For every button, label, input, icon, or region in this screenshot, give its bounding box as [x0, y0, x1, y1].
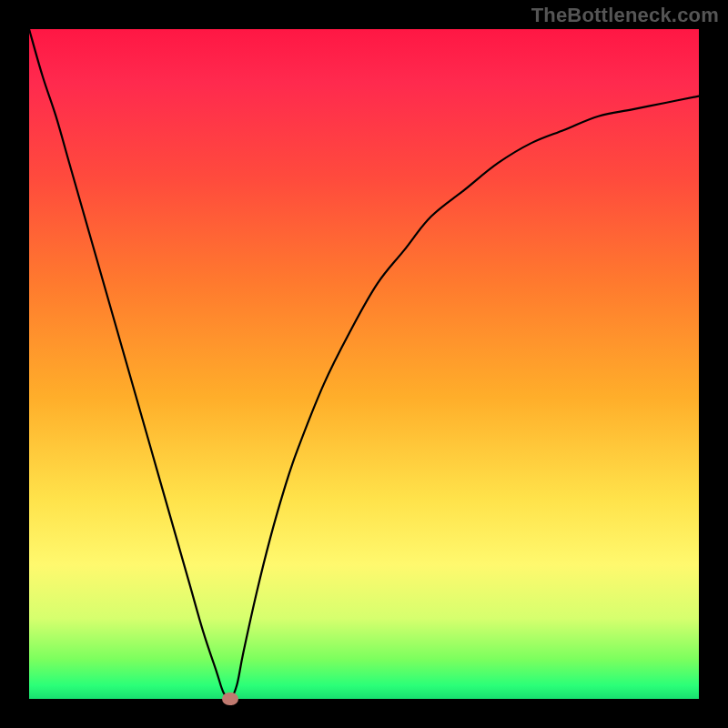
optimum-marker: [222, 693, 238, 705]
plot-area: [29, 29, 699, 699]
attribution-text: TheBottleneck.com: [531, 4, 719, 27]
bottleneck-curve: [29, 29, 699, 699]
chart-frame: TheBottleneck.com: [0, 0, 728, 728]
curve-svg: [29, 29, 699, 699]
